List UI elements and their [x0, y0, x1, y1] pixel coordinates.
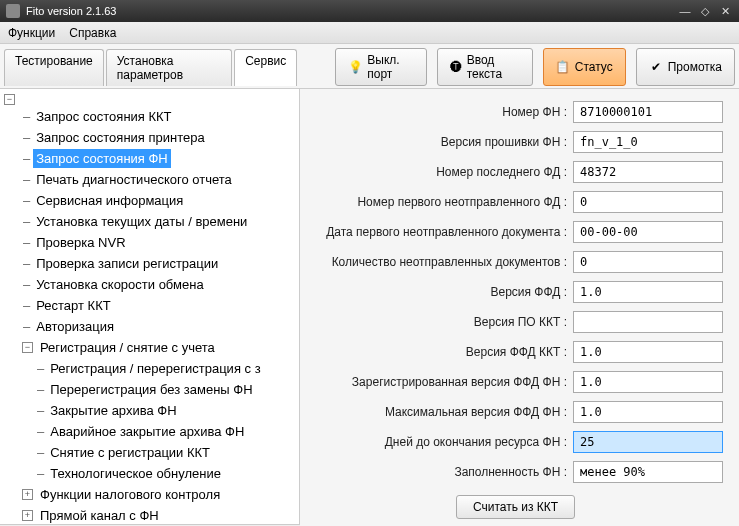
- label-days-left: Дней до окончания ресурса ФН :: [308, 435, 573, 449]
- tree-panel[interactable]: − –Запрос состояния ККТ–Запрос состояния…: [0, 89, 300, 524]
- tree-item[interactable]: –Рестарт ККТ: [14, 295, 299, 316]
- tree-label: Проверка записи регистрации: [33, 254, 221, 273]
- collapse-icon[interactable]: −: [22, 342, 33, 353]
- maximize-button[interactable]: ◇: [697, 3, 713, 19]
- tree-item[interactable]: –Перерегистрация без замены ФН: [28, 379, 299, 400]
- tree-label: Регистрация / снятие с учета: [37, 338, 218, 357]
- label-unsent-count: Количество неотправленных документов :: [308, 255, 573, 269]
- label-kkt-sw: Версия ПО ККТ :: [308, 315, 573, 329]
- dash-icon: –: [23, 107, 30, 126]
- tree-label: Печать диагностического отчета: [33, 170, 235, 189]
- dash-icon: –: [23, 317, 30, 336]
- collapse-icon[interactable]: −: [4, 94, 15, 105]
- tree-label: Технологическое обнуление: [47, 464, 224, 483]
- label-fn-number: Номер ФН :: [308, 105, 573, 119]
- dash-icon: –: [23, 275, 30, 294]
- port-off-button[interactable]: 💡 Выкл. порт: [335, 48, 426, 86]
- tree-item[interactable]: –Проверка NVR: [14, 232, 299, 253]
- status-button[interactable]: 📋 Статус: [543, 48, 626, 86]
- tree-item[interactable]: –Установка текущих даты / времени: [14, 211, 299, 232]
- dash-icon: –: [37, 443, 44, 462]
- input-first-unsent-date[interactable]: [573, 221, 723, 243]
- label-ffd-version: Версия ФФД :: [308, 285, 573, 299]
- expand-icon[interactable]: +: [22, 510, 33, 521]
- dash-icon: –: [23, 128, 30, 147]
- dash-icon: –: [23, 254, 30, 273]
- tree-item[interactable]: –Авторизация: [14, 316, 299, 337]
- tree-label: Сервисная информация: [33, 191, 186, 210]
- input-last-fd[interactable]: [573, 161, 723, 183]
- tree-label: Прямой канал с ФН: [37, 506, 162, 524]
- input-fw-version[interactable]: [573, 131, 723, 153]
- dash-icon: –: [23, 212, 30, 231]
- toolbar-buttons: 💡 Выкл. порт 🅣 Ввод текста 📋 Статус ✔ Пр…: [335, 48, 735, 86]
- dash-icon: –: [23, 191, 30, 210]
- tree-label: Проверка NVR: [33, 233, 128, 252]
- dash-icon: –: [37, 401, 44, 420]
- input-unsent-count[interactable]: [573, 251, 723, 273]
- tree-label: Перерегистрация без замены ФН: [47, 380, 255, 399]
- rewind-button[interactable]: ✔ Промотка: [636, 48, 735, 86]
- tab-service[interactable]: Сервис: [234, 49, 297, 86]
- tree-item[interactable]: –Снятие с регистрации ККТ: [28, 442, 299, 463]
- status-icon: 📋: [556, 60, 570, 74]
- input-days-left[interactable]: [573, 431, 723, 453]
- tree-label: Запрос состояния ККТ: [33, 107, 174, 126]
- input-first-unsent[interactable]: [573, 191, 723, 213]
- tree-label: Аварийное закрытие архива ФН: [47, 422, 247, 441]
- input-fill[interactable]: [573, 461, 723, 483]
- input-max-ffd[interactable]: [573, 401, 723, 423]
- tree-label: Установка текущих даты / времени: [33, 212, 250, 231]
- dash-icon: –: [37, 464, 44, 483]
- port-off-label: Выкл. порт: [367, 53, 413, 81]
- input-reg-ffd[interactable]: [573, 371, 723, 393]
- form-panel: Номер ФН : Версия прошивки ФН : Номер по…: [300, 89, 739, 526]
- app-icon: [6, 4, 20, 18]
- label-reg-ffd: Зарегистрированная версия ФФД ФН :: [308, 375, 573, 389]
- read-from-kkt-button[interactable]: Считать из ККТ: [456, 495, 575, 519]
- tree-item[interactable]: –Запрос состояния принтера: [14, 127, 299, 148]
- text-icon: 🅣: [450, 60, 462, 74]
- expand-icon[interactable]: +: [22, 489, 33, 500]
- label-kkt-ffd: Версия ФФД ККТ :: [308, 345, 573, 359]
- tree-item[interactable]: +Функции налогового контроля: [14, 484, 299, 505]
- tab-params[interactable]: Установка параметров: [106, 49, 232, 86]
- label-fill: Заполненность ФН :: [308, 465, 573, 479]
- tree-label: Авторизация: [33, 317, 117, 336]
- rewind-label: Промотка: [668, 60, 722, 74]
- status-label: Статус: [575, 60, 613, 74]
- tree-item[interactable]: –Регистрация / перерегистрация с з: [28, 358, 299, 379]
- input-kkt-sw[interactable]: [573, 311, 723, 333]
- window-title: Fito version 2.1.63: [26, 5, 673, 17]
- content-area: − –Запрос состояния ККТ–Запрос состояния…: [0, 88, 739, 526]
- label-last-fd: Номер последнего ФД :: [308, 165, 573, 179]
- tree-item[interactable]: –Запрос состояния ККТ: [14, 106, 299, 127]
- tree-item[interactable]: –Запрос состояния ФН: [14, 148, 299, 169]
- menu-functions[interactable]: Функции: [8, 26, 55, 40]
- tree-item[interactable]: –Аварийное закрытие архива ФН: [28, 421, 299, 442]
- tree-item[interactable]: –Технологическое обнуление: [28, 463, 299, 484]
- tree-item[interactable]: –Сервисная информация: [14, 190, 299, 211]
- dash-icon: –: [37, 422, 44, 441]
- tab-testing[interactable]: Тестирование: [4, 49, 104, 86]
- minimize-button[interactable]: ―: [677, 3, 693, 19]
- label-max-ffd: Максимальная версия ФФД ФН :: [308, 405, 573, 419]
- tree-group-registration[interactable]: −Регистрация / снятие с учета: [14, 337, 299, 358]
- input-kkt-ffd[interactable]: [573, 341, 723, 363]
- tree-item[interactable]: –Печать диагностического отчета: [14, 169, 299, 190]
- tree-item[interactable]: –Закрытие архива ФН: [28, 400, 299, 421]
- text-input-button[interactable]: 🅣 Ввод текста: [437, 48, 533, 86]
- label-fw-version: Версия прошивки ФН :: [308, 135, 573, 149]
- input-ffd-version[interactable]: [573, 281, 723, 303]
- tree-root[interactable]: −: [0, 93, 299, 106]
- tree-item[interactable]: –Установка скорости обмена: [14, 274, 299, 295]
- tab-strip: Тестирование Установка параметров Сервис: [4, 49, 299, 86]
- tree-item[interactable]: +Прямой канал с ФН: [14, 505, 299, 524]
- close-button[interactable]: ✕: [717, 3, 733, 19]
- tree-label: Запрос состояния ФН: [33, 149, 171, 168]
- dash-icon: –: [37, 359, 44, 378]
- input-fn-number[interactable]: [573, 101, 723, 123]
- menu-help[interactable]: Справка: [69, 26, 116, 40]
- tree-label: Установка скорости обмена: [33, 275, 206, 294]
- tree-item[interactable]: –Проверка записи регистрации: [14, 253, 299, 274]
